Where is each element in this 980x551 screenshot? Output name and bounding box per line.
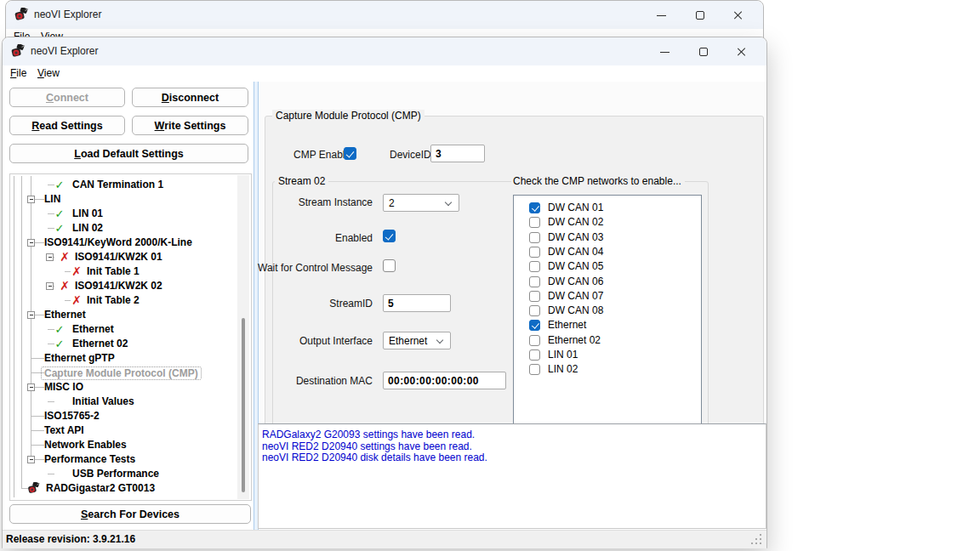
network-checkbox[interactable]	[529, 320, 540, 331]
expand-collapse-box[interactable]	[46, 282, 54, 290]
network-item-label[interactable]: DW CAN 07	[548, 290, 603, 302]
back-maximize-button[interactable]	[683, 5, 717, 26]
network-checkbox[interactable]	[529, 276, 540, 287]
connect-button[interactable]: Connect	[9, 88, 125, 107]
tree-item-label[interactable]: Init Table 1	[87, 264, 140, 279]
tree-item-label[interactable]: MISC IO	[44, 380, 83, 395]
stream-instance-select[interactable]: 2	[383, 194, 459, 212]
tree-row[interactable]: ✗ISO9141/KW2K 02	[10, 279, 251, 293]
tree-item-label[interactable]: Performance Tests	[44, 452, 135, 467]
tree-row[interactable]: Text API	[10, 423, 251, 438]
expand-collapse-box[interactable]	[27, 456, 35, 463]
output-interface-select[interactable]: Ethernet	[383, 332, 451, 349]
tree-row[interactable]: ✓Ethernet	[10, 322, 251, 337]
menu-view[interactable]: View	[37, 67, 60, 79]
network-checkbox[interactable]	[529, 202, 540, 213]
write-settings-button[interactable]: Write Settings	[132, 116, 248, 135]
tree-item-label[interactable]: RADGigastar2 GT0013	[46, 481, 155, 496]
expand-collapse-box[interactable]	[27, 311, 35, 319]
network-checkbox[interactable]	[529, 291, 540, 302]
expand-collapse-box[interactable]	[27, 196, 35, 203]
enabled-checkbox[interactable]	[383, 230, 396, 242]
network-checkbox[interactable]	[529, 247, 540, 258]
cmp-enabled-checkbox[interactable]	[344, 147, 356, 160]
tree-item-label[interactable]: Init Table 2	[87, 293, 140, 308]
network-item[interactable]: DW CAN 04	[514, 245, 701, 259]
network-item[interactable]: DW CAN 03	[514, 230, 701, 245]
tree-item-label[interactable]: Ethernet	[72, 322, 114, 337]
network-checkbox[interactable]	[529, 364, 540, 375]
network-item[interactable]: DW CAN 05	[514, 259, 701, 274]
network-item[interactable]: LIN 01	[514, 348, 701, 362]
tree-row[interactable]: ✓Ethernet 02	[10, 337, 251, 351]
tree-item-label[interactable]: Capture Module Protocol (CMP)	[41, 366, 202, 380]
network-item[interactable]: DW CAN 06	[514, 275, 701, 289]
network-item-label[interactable]: DW CAN 08	[548, 304, 603, 316]
network-item[interactable]: Ethernet	[514, 318, 701, 332]
network-item-label[interactable]: DW CAN 06	[548, 276, 603, 287]
maximize-button[interactable]	[687, 42, 721, 62]
menu-file[interactable]: File	[10, 67, 26, 79]
tree-scrollbar[interactable]	[237, 175, 249, 499]
tree-row[interactable]: Network Enables	[10, 438, 251, 452]
tree-item-label[interactable]: Ethernet	[44, 308, 86, 322]
network-item[interactable]: LIN 02	[514, 362, 701, 377]
network-item[interactable]: DW CAN 08	[514, 304, 701, 318]
search-for-devices-button[interactable]: Search For Devices	[9, 504, 251, 524]
tree-row[interactable]: ✓CAN Termination 1	[10, 178, 251, 192]
network-checkbox[interactable]	[529, 335, 540, 346]
expand-collapse-box[interactable]	[27, 239, 35, 247]
tree-item-label[interactable]: USB Performance	[72, 467, 159, 481]
network-checkbox[interactable]	[529, 349, 540, 361]
network-item-label[interactable]: DW CAN 04	[548, 246, 603, 258]
tree-row[interactable]: Initial Values	[10, 395, 251, 409]
tree-row[interactable]: LIN	[10, 192, 251, 207]
tree-row[interactable]: ✗Init Table 2	[10, 293, 251, 308]
tree-row[interactable]: Ethernet	[10, 308, 251, 322]
network-checkbox[interactable]	[529, 217, 540, 228]
network-checkbox[interactable]	[529, 261, 540, 272]
expand-collapse-box[interactable]	[46, 253, 54, 261]
tree-item-label[interactable]: LIN 01	[72, 207, 103, 221]
back-minimize-button[interactable]	[644, 5, 678, 26]
tree-row[interactable]: ✗ISO9141/KW2K 01	[10, 250, 251, 264]
read-settings-button[interactable]: Read Settings	[9, 116, 125, 135]
tree-item-label[interactable]: LIN 02	[72, 221, 103, 236]
tree-item-label[interactable]: ISO15765-2	[44, 409, 100, 423]
network-item[interactable]: Ethernet 02	[514, 333, 701, 348]
tree-item-label[interactable]: Ethernet gPTP	[44, 351, 115, 366]
tree-row[interactable]: MISC IO	[10, 380, 251, 395]
tree-row[interactable]: USB Performance	[10, 467, 251, 481]
destination-mac-input[interactable]	[383, 372, 506, 389]
tree-item-label[interactable]: CAN Termination 1	[72, 178, 163, 192]
tree-row[interactable]: Performance Tests	[10, 452, 251, 467]
streamid-input[interactable]	[383, 294, 451, 312]
tree-item-label[interactable]: Network Enables	[44, 438, 127, 452]
tree-scrollbar-thumb[interactable]	[242, 318, 245, 492]
tree-row[interactable]: Ethernet gPTP	[10, 351, 251, 366]
network-item[interactable]: DW CAN 07	[514, 289, 701, 304]
network-item-label[interactable]: DW CAN 01	[548, 202, 603, 213]
tree-item-label[interactable]: ISO9141/KW2K 01	[75, 250, 162, 264]
resize-grip[interactable]	[760, 542, 761, 544]
tree-item-label[interactable]: LIN	[44, 192, 60, 207]
network-item[interactable]: DW CAN 01	[514, 201, 701, 215]
expand-collapse-box[interactable]	[27, 383, 35, 391]
network-item-label[interactable]: DW CAN 03	[548, 231, 603, 243]
network-item-label[interactable]: LIN 02	[548, 363, 578, 375]
tree-row[interactable]: Capture Module Protocol (CMP)	[10, 366, 251, 380]
tree-row[interactable]: ISO15765-2	[10, 409, 251, 423]
network-item[interactable]: DW CAN 02	[514, 215, 701, 230]
tree-row[interactable]: RADGigastar2 GT0013	[10, 481, 251, 496]
network-item-label[interactable]: DW CAN 05	[548, 260, 603, 272]
tree-item-label[interactable]: ISO9141/KeyWord 2000/K-Line	[44, 236, 192, 250]
wait-for-control-message-checkbox[interactable]	[383, 259, 396, 272]
network-item-label[interactable]: LIN 01	[548, 349, 578, 361]
tree-row[interactable]: ✓LIN 02	[10, 221, 251, 236]
network-checkbox[interactable]	[529, 305, 540, 316]
disconnect-button[interactable]: Disconnect	[132, 88, 248, 107]
tree-row[interactable]: ✓LIN 01	[10, 207, 251, 221]
deviceid-input[interactable]	[430, 145, 485, 162]
tree-row[interactable]: ISO9141/KeyWord 2000/K-Line	[10, 236, 251, 250]
tree-item-label[interactable]: Text API	[44, 423, 84, 438]
